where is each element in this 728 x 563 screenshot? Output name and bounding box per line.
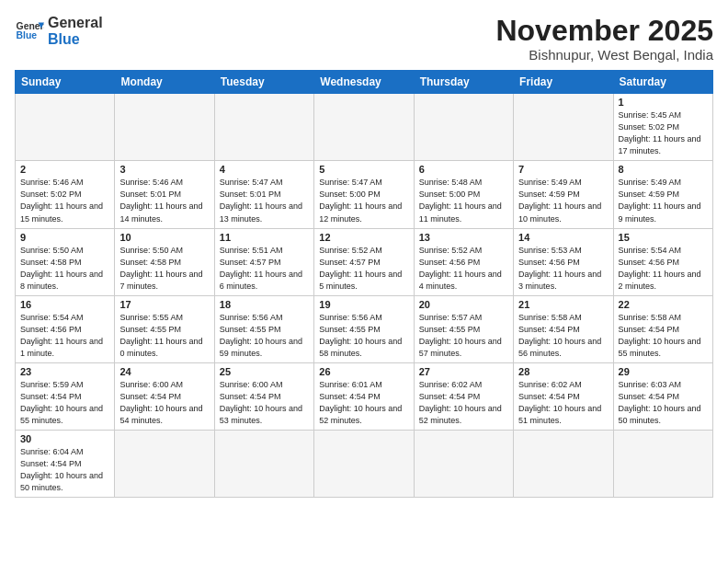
calendar-cell: 25Sunrise: 6:00 AMSunset: 4:54 PMDayligh…: [214, 362, 313, 430]
calendar: Sunday Monday Tuesday Wednesday Thursday…: [15, 70, 713, 498]
page: General Blue General Blue November 2025 …: [0, 0, 728, 563]
day-number: 12: [319, 232, 408, 243]
logo-icon: General Blue: [15, 17, 44, 46]
day-number: 6: [419, 164, 508, 175]
day-number: 21: [518, 299, 608, 310]
day-info: Sunrise: 5:57 AMSunset: 4:55 PMDaylight:…: [419, 312, 508, 360]
calendar-cell: 23Sunrise: 5:59 AMSunset: 4:54 PMDayligh…: [16, 362, 115, 430]
day-info: Sunrise: 5:54 AMSunset: 4:56 PMDaylight:…: [20, 312, 109, 360]
calendar-cell: 28Sunrise: 6:02 AMSunset: 4:54 PMDayligh…: [514, 362, 613, 430]
day-info: Sunrise: 6:03 AMSunset: 4:54 PMDaylight:…: [619, 379, 708, 427]
calendar-cell: 14Sunrise: 5:53 AMSunset: 4:56 PMDayligh…: [514, 228, 613, 295]
day-info: Sunrise: 5:58 AMSunset: 4:54 PMDaylight:…: [518, 312, 608, 360]
day-number: 9: [20, 232, 109, 243]
day-number: 2: [20, 164, 109, 175]
day-number: 26: [319, 366, 408, 377]
header: General Blue General Blue November 2025 …: [15, 15, 713, 63]
calendar-cell: 22Sunrise: 5:58 AMSunset: 4:54 PMDayligh…: [613, 295, 712, 362]
day-number: 7: [518, 164, 608, 175]
day-info: Sunrise: 5:55 AMSunset: 4:55 PMDaylight:…: [119, 312, 209, 360]
day-number: 4: [220, 164, 309, 175]
day-number: 25: [220, 366, 309, 377]
day-info: Sunrise: 5:51 AMSunset: 4:57 PMDaylight:…: [220, 245, 309, 293]
day-info: Sunrise: 5:56 AMSunset: 4:55 PMDaylight:…: [220, 312, 309, 360]
calendar-cell: 29Sunrise: 6:03 AMSunset: 4:54 PMDayligh…: [613, 362, 712, 430]
day-info: Sunrise: 6:00 AMSunset: 4:54 PMDaylight:…: [220, 379, 309, 427]
day-info: Sunrise: 5:50 AMSunset: 4:58 PMDaylight:…: [20, 245, 109, 293]
day-number: 1: [619, 97, 708, 108]
day-info: Sunrise: 5:58 AMSunset: 4:54 PMDaylight:…: [619, 312, 708, 360]
header-thursday: Thursday: [414, 71, 513, 94]
day-number: 20: [419, 299, 508, 310]
month-title: November 2025: [495, 15, 713, 47]
calendar-cell: [514, 431, 613, 498]
day-number: 15: [619, 232, 708, 243]
day-info: Sunrise: 5:52 AMSunset: 4:56 PMDaylight:…: [419, 245, 508, 293]
day-number: 22: [619, 299, 708, 310]
day-info: Sunrise: 5:54 AMSunset: 4:56 PMDaylight:…: [619, 245, 708, 293]
weekday-header-row: Sunday Monday Tuesday Wednesday Thursday…: [16, 71, 713, 94]
day-number: 30: [20, 433, 109, 444]
calendar-cell: 24Sunrise: 6:00 AMSunset: 4:54 PMDayligh…: [115, 362, 214, 430]
header-tuesday: Tuesday: [214, 71, 313, 94]
calendar-cell: [214, 94, 313, 161]
day-number: 27: [419, 366, 508, 377]
calendar-cell: [214, 431, 313, 498]
calendar-cell: [16, 94, 115, 161]
day-info: Sunrise: 5:49 AMSunset: 4:59 PMDaylight:…: [619, 177, 708, 224]
calendar-cell: 11Sunrise: 5:51 AMSunset: 4:57 PMDayligh…: [214, 228, 313, 295]
calendar-cell: 19Sunrise: 5:56 AMSunset: 4:55 PMDayligh…: [314, 295, 414, 362]
logo-blue: Blue: [48, 31, 103, 48]
calendar-cell: 20Sunrise: 5:57 AMSunset: 4:55 PMDayligh…: [414, 295, 513, 362]
day-number: 29: [619, 366, 708, 377]
day-number: 11: [220, 232, 309, 243]
header-sunday: Sunday: [16, 71, 115, 94]
calendar-cell: 12Sunrise: 5:52 AMSunset: 4:57 PMDayligh…: [314, 228, 414, 295]
calendar-cell: 4Sunrise: 5:47 AMSunset: 5:01 PMDaylight…: [214, 161, 313, 228]
day-number: 14: [518, 232, 608, 243]
logo-general: General: [48, 15, 103, 31]
day-number: 18: [220, 299, 309, 310]
calendar-cell: 6Sunrise: 5:48 AMSunset: 5:00 PMDaylight…: [414, 161, 513, 228]
day-number: 3: [119, 164, 209, 175]
day-number: 24: [119, 366, 209, 377]
header-wednesday: Wednesday: [314, 71, 414, 94]
calendar-cell: 9Sunrise: 5:50 AMSunset: 4:58 PMDaylight…: [16, 228, 115, 295]
calendar-cell: 26Sunrise: 6:01 AMSunset: 4:54 PMDayligh…: [314, 362, 414, 430]
day-info: Sunrise: 5:52 AMSunset: 4:57 PMDaylight:…: [319, 245, 408, 293]
calendar-cell: [115, 431, 214, 498]
calendar-cell: [314, 94, 414, 161]
day-info: Sunrise: 6:04 AMSunset: 4:54 PMDaylight:…: [20, 446, 109, 494]
day-info: Sunrise: 6:00 AMSunset: 4:54 PMDaylight:…: [119, 379, 209, 427]
header-friday: Friday: [514, 71, 613, 94]
header-saturday: Saturday: [613, 71, 712, 94]
day-number: 13: [419, 232, 508, 243]
calendar-cell: 21Sunrise: 5:58 AMSunset: 4:54 PMDayligh…: [514, 295, 613, 362]
day-number: 28: [518, 366, 608, 377]
title-block: November 2025 Bishnupur, West Bengal, In…: [495, 15, 713, 63]
day-info: Sunrise: 5:59 AMSunset: 4:54 PMDaylight:…: [20, 379, 109, 427]
calendar-cell: [115, 94, 214, 161]
day-number: 19: [319, 299, 408, 310]
day-info: Sunrise: 5:48 AMSunset: 5:00 PMDaylight:…: [419, 177, 508, 224]
calendar-cell: [613, 431, 712, 498]
calendar-cell: 5Sunrise: 5:47 AMSunset: 5:00 PMDaylight…: [314, 161, 414, 228]
calendar-cell: 13Sunrise: 5:52 AMSunset: 4:56 PMDayligh…: [414, 228, 513, 295]
day-number: 10: [119, 232, 209, 243]
calendar-cell: 8Sunrise: 5:49 AMSunset: 4:59 PMDaylight…: [613, 161, 712, 228]
calendar-cell: 1Sunrise: 5:45 AMSunset: 5:02 PMDaylight…: [613, 94, 712, 161]
calendar-cell: 30Sunrise: 6:04 AMSunset: 4:54 PMDayligh…: [16, 431, 115, 498]
day-info: Sunrise: 5:56 AMSunset: 4:55 PMDaylight:…: [319, 312, 408, 360]
calendar-cell: 15Sunrise: 5:54 AMSunset: 4:56 PMDayligh…: [613, 228, 712, 295]
calendar-cell: [414, 431, 513, 498]
day-info: Sunrise: 6:02 AMSunset: 4:54 PMDaylight:…: [518, 379, 608, 427]
calendar-cell: 3Sunrise: 5:46 AMSunset: 5:01 PMDaylight…: [115, 161, 214, 228]
day-number: 8: [619, 164, 708, 175]
day-info: Sunrise: 5:46 AMSunset: 5:02 PMDaylight:…: [20, 177, 109, 224]
calendar-cell: 27Sunrise: 6:02 AMSunset: 4:54 PMDayligh…: [414, 362, 513, 430]
day-info: Sunrise: 5:53 AMSunset: 4:56 PMDaylight:…: [518, 245, 608, 293]
day-info: Sunrise: 6:02 AMSunset: 4:54 PMDaylight:…: [419, 379, 508, 427]
calendar-cell: 17Sunrise: 5:55 AMSunset: 4:55 PMDayligh…: [115, 295, 214, 362]
day-info: Sunrise: 5:47 AMSunset: 5:01 PMDaylight:…: [220, 177, 309, 224]
calendar-cell: [414, 94, 513, 161]
